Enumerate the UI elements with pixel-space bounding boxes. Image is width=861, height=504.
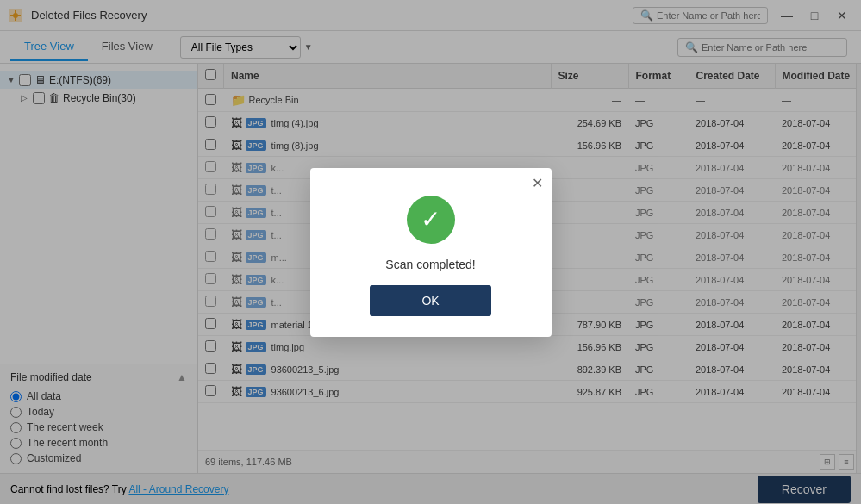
modal-ok-button[interactable]: OK (370, 285, 490, 316)
success-icon: ✓ (407, 196, 455, 244)
modal-overlay: ✕ ✓ Scan completed! OK (0, 0, 861, 504)
modal-body: ✓ Scan completed! OK (310, 168, 552, 337)
checkmark-icon: ✓ (421, 205, 440, 233)
scan-complete-modal: ✕ ✓ Scan completed! OK (310, 168, 552, 337)
modal-close-button[interactable]: ✕ (532, 175, 543, 191)
modal-message: Scan completed! (385, 258, 475, 271)
